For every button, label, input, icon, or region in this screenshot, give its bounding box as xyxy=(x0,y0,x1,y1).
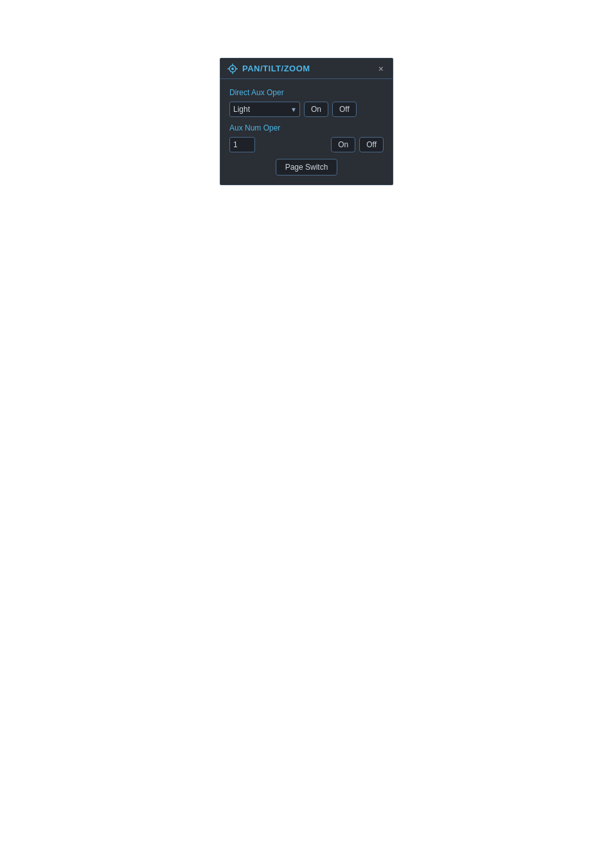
page-switch-row: Page Switch xyxy=(229,159,384,176)
direct-aux-select[interactable]: Light Wiper Power Fan xyxy=(229,102,300,117)
title-bar: PAN/TILT/ZOOM × xyxy=(220,59,393,79)
direct-aux-label: Direct Aux Oper xyxy=(229,88,384,97)
dialog-content: Direct Aux Oper Light Wiper Power Fan ▼ … xyxy=(220,79,393,185)
ptz-dialog: PAN/TILT/ZOOM × Direct Aux Oper Light Wi… xyxy=(220,58,393,185)
direct-aux-off-button[interactable]: Off xyxy=(332,102,357,117)
page-switch-button[interactable]: Page Switch xyxy=(276,159,338,176)
svg-point-1 xyxy=(231,68,234,70)
aux-num-row: On Off xyxy=(229,137,384,152)
direct-aux-on-button[interactable]: On xyxy=(304,102,328,117)
ptz-icon xyxy=(227,63,238,75)
aux-num-label: Aux Num Oper xyxy=(229,123,384,132)
aux-num-off-button[interactable]: Off xyxy=(359,137,384,152)
direct-aux-row: Light Wiper Power Fan ▼ On Off xyxy=(229,102,384,117)
aux-num-input[interactable] xyxy=(229,137,255,152)
close-button[interactable]: × xyxy=(376,63,386,75)
aux-num-on-button[interactable]: On xyxy=(331,137,355,152)
title-bar-left: PAN/TILT/ZOOM xyxy=(227,63,310,75)
dialog-title: PAN/TILT/ZOOM xyxy=(242,64,310,73)
direct-aux-select-wrapper: Light Wiper Power Fan ▼ xyxy=(229,102,300,117)
